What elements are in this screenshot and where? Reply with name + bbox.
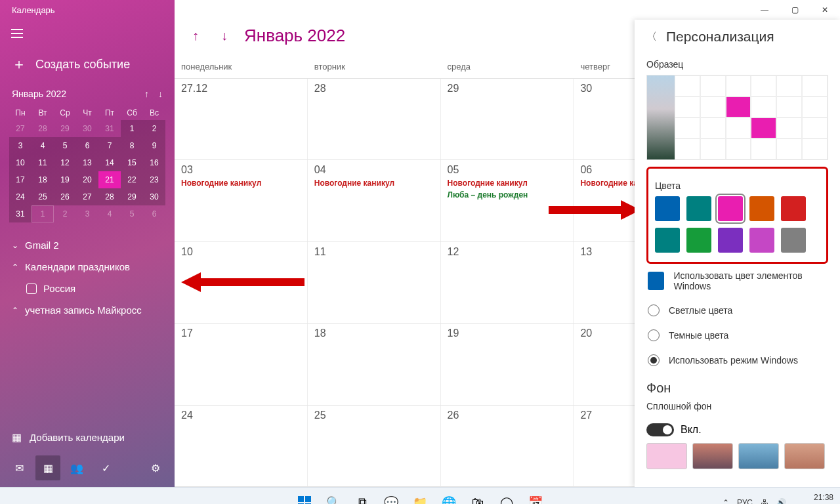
- mini-day[interactable]: 2: [54, 205, 76, 222]
- mini-day[interactable]: 6: [143, 205, 165, 222]
- add-calendar-button[interactable]: ▦ Добавить календари: [0, 425, 175, 450]
- event-item[interactable]: Новогодние каникул: [181, 178, 301, 188]
- todo-icon[interactable]: ✓: [93, 455, 118, 480]
- bg-option[interactable]: [784, 443, 825, 469]
- mini-day[interactable]: 31: [98, 120, 121, 137]
- mini-day[interactable]: 29: [54, 120, 76, 137]
- day-cell[interactable]: 10: [175, 242, 308, 323]
- day-cell[interactable]: 17: [175, 324, 308, 404]
- calendar-icon[interactable]: ▦: [35, 455, 60, 480]
- menu-button[interactable]: [4, 20, 30, 47]
- color-swatch[interactable]: [781, 228, 806, 253]
- day-cell[interactable]: 28: [308, 79, 441, 159]
- event-item[interactable]: Новогодние каникул: [448, 178, 567, 188]
- mini-prev-icon[interactable]: ↑: [144, 89, 149, 99]
- calendar-app-icon[interactable]: 📅: [523, 490, 548, 505]
- chat-icon[interactable]: 💬: [379, 490, 404, 505]
- color-swatch[interactable]: [686, 196, 711, 221]
- mini-cal-title[interactable]: Январь 2022: [12, 89, 66, 99]
- color-swatch[interactable]: [655, 228, 680, 253]
- minimize-button[interactable]: —: [749, 0, 780, 20]
- language-indicator[interactable]: РУС: [737, 498, 753, 505]
- bg-option[interactable]: [692, 443, 733, 469]
- event-item[interactable]: Люба – день рожден: [448, 190, 567, 200]
- mini-day[interactable]: 5: [121, 205, 143, 222]
- clock[interactable]: 21:38 21.01.2022: [794, 493, 833, 504]
- task-view-icon[interactable]: ⧉: [350, 490, 375, 505]
- dark-theme-radio[interactable]: Темные цвета: [646, 323, 828, 348]
- settings-icon[interactable]: ⚙: [143, 455, 168, 480]
- day-cell[interactable]: 27.12: [175, 79, 308, 159]
- mini-day[interactable]: 1: [121, 120, 143, 137]
- edge-icon[interactable]: 🌐: [436, 490, 461, 505]
- mini-day[interactable]: 24: [9, 188, 32, 205]
- color-swatch[interactable]: [686, 228, 711, 253]
- mini-day[interactable]: 21: [98, 171, 121, 188]
- back-button[interactable]: 〈: [646, 30, 657, 44]
- calendar-russia[interactable]: Россия: [0, 278, 175, 299]
- light-theme-radio[interactable]: Светлые цвета: [646, 298, 828, 323]
- mini-day[interactable]: 27: [76, 188, 98, 205]
- close-button[interactable]: ✕: [810, 0, 840, 20]
- search-icon[interactable]: 🔍: [321, 490, 346, 505]
- color-swatch[interactable]: [749, 196, 774, 221]
- mini-day[interactable]: 2: [143, 120, 165, 137]
- background-toggle[interactable]: Вкл.: [646, 423, 828, 436]
- mini-day[interactable]: 30: [143, 188, 165, 205]
- mini-day[interactable]: 20: [76, 171, 98, 188]
- explorer-icon[interactable]: 📁: [408, 490, 432, 505]
- day-cell[interactable]: 26: [441, 406, 574, 486]
- mini-day[interactable]: 9: [143, 137, 165, 154]
- mini-day[interactable]: 3: [76, 205, 98, 222]
- volume-icon[interactable]: 🔊: [776, 498, 786, 505]
- mini-day[interactable]: 15: [121, 154, 143, 171]
- new-event-button[interactable]: ＋ Создать событие: [0, 49, 175, 85]
- chrome-icon[interactable]: ◯: [494, 490, 519, 505]
- mini-day[interactable]: 19: [54, 171, 76, 188]
- mini-day[interactable]: 1: [32, 205, 54, 222]
- toggle-switch[interactable]: [646, 423, 674, 436]
- windows-mode-radio[interactable]: Использовать режим Windows: [646, 348, 828, 373]
- mini-next-icon[interactable]: ↓: [158, 89, 163, 99]
- bg-option[interactable]: [738, 443, 779, 469]
- color-swatch[interactable]: [718, 228, 743, 253]
- day-cell[interactable]: 25: [308, 406, 441, 486]
- mini-day[interactable]: 27: [9, 120, 32, 137]
- day-cell[interactable]: 18: [308, 324, 441, 404]
- color-swatch[interactable]: [655, 196, 680, 221]
- mini-day[interactable]: 6: [76, 137, 98, 154]
- next-month-button[interactable]: ↓: [213, 24, 236, 47]
- mini-day[interactable]: 22: [121, 171, 143, 188]
- store-icon[interactable]: 🛍: [465, 490, 490, 505]
- day-cell[interactable]: 11: [308, 242, 441, 323]
- color-swatch[interactable]: [718, 196, 743, 221]
- event-item[interactable]: Новогодние каникул: [314, 178, 434, 188]
- network-icon[interactable]: 🖧: [761, 498, 768, 505]
- color-swatch[interactable]: [781, 196, 806, 221]
- mini-day[interactable]: 7: [98, 137, 121, 154]
- mini-day[interactable]: 29: [121, 188, 143, 205]
- people-icon[interactable]: 👥: [64, 455, 89, 480]
- group-microsoft[interactable]: ⌃ учетная запись Майкросс: [0, 299, 175, 321]
- mini-day[interactable]: 16: [143, 154, 165, 171]
- day-cell[interactable]: 29: [441, 79, 574, 159]
- mini-day[interactable]: 30: [76, 120, 98, 137]
- start-button[interactable]: [292, 490, 317, 505]
- day-cell[interactable]: 05Новогодние каникулЛюба – день рожден: [441, 160, 574, 241]
- mini-day[interactable]: 8: [121, 137, 143, 154]
- mini-day[interactable]: 14: [98, 154, 121, 171]
- windows-accent-option[interactable]: Использовать цвет элементов Windows: [646, 264, 828, 298]
- mini-day[interactable]: 18: [32, 171, 54, 188]
- mini-day[interactable]: 25: [32, 188, 54, 205]
- mini-day[interactable]: 4: [32, 137, 54, 154]
- mini-day[interactable]: 13: [76, 154, 98, 171]
- mini-day[interactable]: 4: [98, 205, 121, 222]
- mini-day[interactable]: 10: [9, 154, 32, 171]
- mini-day[interactable]: 28: [98, 188, 121, 205]
- mail-icon[interactable]: ✉: [7, 455, 32, 480]
- checkbox-icon[interactable]: [26, 284, 37, 294]
- mini-day[interactable]: 23: [143, 171, 165, 188]
- mini-day[interactable]: 5: [54, 137, 76, 154]
- mini-day[interactable]: 3: [9, 137, 32, 154]
- day-cell[interactable]: 12: [441, 242, 574, 323]
